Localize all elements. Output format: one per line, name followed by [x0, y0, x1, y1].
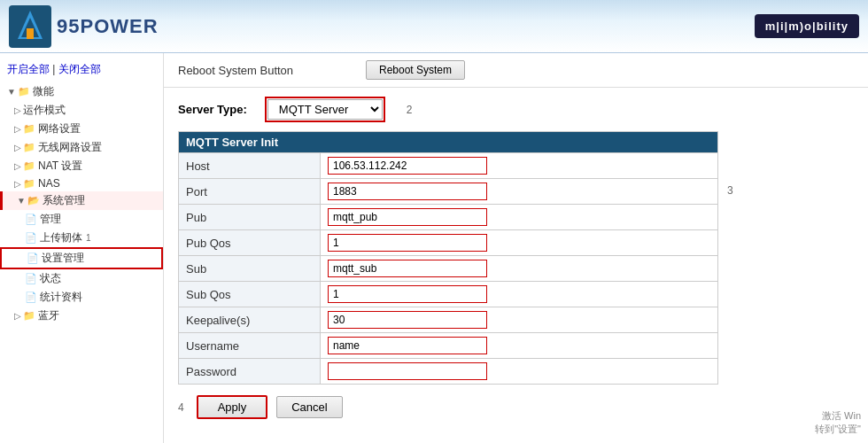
watermark-line1: 激活 Win	[815, 409, 861, 423]
reboot-button[interactable]: Reboot System	[366, 60, 465, 80]
sidebar-item-weinen[interactable]: ▼ 📁 微能	[0, 82, 163, 101]
page-icon2: 📄	[25, 232, 37, 244]
sidebar-item-wuxian[interactable]: ▷ 📁 无线网路设置	[0, 138, 163, 157]
apply-button[interactable]: Apply	[197, 395, 268, 419]
sidebar-item-wangluo[interactable]: ▷ 📁 网络设置	[0, 120, 163, 138]
field-cell-0	[321, 153, 718, 179]
server-type-select-wrap: MQTT Server HTTP Server	[265, 97, 385, 122]
folder-icon: 📁	[18, 86, 30, 97]
sidebar-item-nat[interactable]: ▷ 📁 NAT 设置	[0, 157, 163, 175]
field-input-pub[interactable]	[328, 208, 487, 226]
sidebar-item-nas[interactable]: ▷ 📁 NAS	[0, 175, 163, 191]
sidebar-label-weinen: 微能	[33, 84, 54, 99]
field-label-4: Sub	[179, 256, 321, 282]
sidebar-label-zhuangtai: 状态	[40, 271, 61, 286]
folder-icon7: 📁	[23, 310, 35, 322]
field-input-port[interactable]	[328, 183, 487, 200]
sidebar-item-yunzuo[interactable]: ▷ 运作模式	[0, 101, 163, 120]
sidebar-item-shezhi[interactable]: 📄 设置管理	[0, 247, 163, 269]
sidebar-item-xitong[interactable]: ▼ 📂 系统管理	[0, 191, 163, 210]
cancel-button[interactable]: Cancel	[276, 396, 342, 418]
expand-icon7: ▼	[17, 196, 26, 206]
badge-1: 1	[86, 233, 91, 243]
step4-badge: 4	[178, 401, 184, 414]
field-input-sub[interactable]	[328, 260, 487, 277]
reboot-label: Reboot System Button	[178, 64, 355, 77]
sidebar-label-yunzuo: 运作模式	[23, 103, 66, 118]
sidebar-label-nas: NAS	[38, 177, 60, 190]
sidebar-label-guanli: 管理	[40, 212, 61, 227]
sidebar-item-shangchuan[interactable]: 📄 上传韧体 1	[0, 229, 163, 247]
field-cell-8	[321, 359, 718, 385]
expand-icon3: ▷	[14, 124, 21, 134]
folder-icon4: 📁	[23, 160, 35, 172]
field-label-0: Host	[179, 153, 321, 179]
header: 95POWER m|i|m)o|bility	[0, 0, 868, 53]
sidebar: 开启全部 | 关闭全部 ▼ 📁 微能 ▷ 运作模式 ▷ 📁 网络设置 ▷ 📁 无…	[0, 53, 164, 443]
field-input-keepalive-s-[interactable]	[328, 311, 487, 329]
field-label-3: Pub Qos	[179, 230, 321, 256]
step2-badge: 2	[407, 104, 413, 116]
sidebar-label-nat: NAT 设置	[38, 159, 82, 174]
field-input-sub-qos[interactable]	[328, 285, 487, 303]
field-cell-2	[321, 205, 718, 230]
watermark: 激活 Win 转到"设置"	[815, 409, 861, 436]
expand-icon5: ▷	[14, 161, 21, 171]
logo-area: 95POWER	[9, 5, 159, 48]
field-input-password[interactable]	[328, 362, 487, 380]
sidebar-item-tongji[interactable]: 📄 统计资料	[0, 288, 163, 307]
sidebar-label-wuxian: 无线网路设置	[38, 140, 102, 155]
server-type-row: Server Type: MQTT Server HTTP Server 2	[178, 97, 854, 122]
field-input-host[interactable]	[328, 157, 487, 175]
field-cell-4	[321, 256, 718, 282]
sidebar-label-tongji: 统计资料	[40, 290, 82, 305]
sidebar-item-lanya[interactable]: ▷ 📁 蓝牙	[0, 307, 163, 325]
sidebar-label-wangluo: 网络设置	[38, 121, 81, 136]
mqtt-table-header: MQTT Server Init	[179, 132, 718, 153]
field-label-2: Pub	[179, 205, 321, 230]
server-type-select[interactable]: MQTT Server HTTP Server	[267, 99, 383, 120]
sidebar-label-shezhi: 设置管理	[42, 251, 84, 266]
expand-icon2: ▷	[14, 105, 21, 115]
server-type-label: Server Type:	[178, 103, 247, 116]
logo-text: 95POWER	[57, 15, 159, 38]
page-icon1: 📄	[25, 214, 37, 225]
sidebar-label-shangchuan: 上传韧体	[40, 230, 82, 245]
field-input-pub-qos[interactable]	[328, 234, 487, 252]
field-input-username[interactable]	[328, 337, 487, 354]
expand-icon6: ▷	[14, 179, 21, 189]
page-icon5: 📄	[25, 291, 37, 303]
close-all-link[interactable]: 关闭全部	[58, 63, 101, 75]
brand-badge: m|i|m)o|bility	[755, 14, 859, 38]
field-label-8: Password	[179, 359, 321, 385]
open-all-link[interactable]: 开启全部	[7, 63, 50, 75]
sidebar-item-zhuangtai[interactable]: 📄 状态	[0, 269, 163, 288]
page-icon3: 📄	[27, 253, 39, 264]
field-cell-1	[321, 179, 718, 205]
field-cell-6	[321, 307, 718, 333]
reboot-row: Reboot System Button Reboot System	[164, 53, 868, 88]
folder-icon6: 📂	[27, 195, 40, 206]
folder-icon2: 📁	[23, 123, 35, 135]
field-label-5: Sub Qos	[179, 282, 321, 307]
expand-icon: ▼	[7, 87, 16, 97]
expand-icon4: ▷	[14, 143, 21, 152]
field-label-6: Keepalive(s)	[179, 307, 321, 333]
field-cell-7	[321, 333, 718, 359]
step3-badge: 3	[727, 184, 733, 197]
field-label-1: Port	[179, 179, 321, 205]
folder-icon5: 📁	[23, 178, 35, 190]
svg-rect-3	[27, 28, 34, 39]
content-area: Reboot System Button Reboot System Serve…	[164, 53, 868, 443]
mqtt-table: MQTT Server Init HostPortPubPub QosSubSu…	[178, 131, 718, 385]
sidebar-label-xitong: 系统管理	[43, 193, 85, 208]
page-icon4: 📄	[25, 273, 37, 284]
sidebar-label-lanya: 蓝牙	[38, 308, 59, 323]
sidebar-top-links: 开启全部 | 关闭全部	[0, 58, 163, 82]
sidebar-item-guanli[interactable]: 📄 管理	[0, 210, 163, 229]
field-cell-5	[321, 282, 718, 307]
buttons-row: 4 Apply Cancel	[178, 388, 854, 426]
logo-icon	[9, 5, 51, 48]
watermark-line2: 转到"设置"	[815, 423, 861, 436]
field-label-7: Username	[179, 333, 321, 359]
